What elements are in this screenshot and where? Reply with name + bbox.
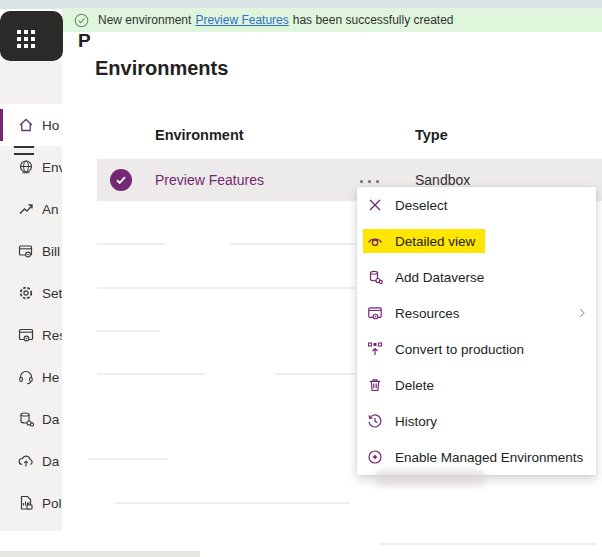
menu-item-deselect[interactable]: Deselect <box>357 187 596 223</box>
resources-icon <box>17 326 35 344</box>
menu-item-convert-to-production[interactable]: Convert to production <box>357 331 596 367</box>
selected-check-badge[interactable] <box>110 169 132 191</box>
managed-environments-icon <box>367 449 383 465</box>
sidebar-item-billing[interactable]: Bill <box>0 230 62 272</box>
sidebar-item-data[interactable]: Da <box>0 398 62 440</box>
trash-icon <box>367 377 383 393</box>
sidebar-item-help[interactable]: He <box>0 356 62 398</box>
menu-item-label: Add Dataverse <box>395 270 484 285</box>
document-lock-icon <box>17 494 35 512</box>
chevron-right-icon <box>576 307 588 319</box>
ghost-row-line <box>275 373 355 375</box>
sidebar-item-data-2[interactable]: Da <box>0 440 62 482</box>
database-icon <box>367 269 383 285</box>
sidebar-item-environments[interactable]: Env <box>0 146 62 188</box>
sidebar-item-label: Da <box>42 454 59 469</box>
ghost-row-line <box>97 330 160 332</box>
menu-item-label: Deselect <box>395 198 448 213</box>
analytics-icon <box>17 200 35 218</box>
app-title-letter: P <box>78 30 91 52</box>
waffle-menu-icon[interactable] <box>17 30 35 48</box>
menu-item-resources[interactable]: Resources <box>357 295 596 331</box>
ghost-row-line <box>380 543 596 545</box>
menu-item-label: Convert to production <box>395 342 524 357</box>
check-icon <box>114 173 128 187</box>
menu-item-label: Detailed view <box>395 234 475 249</box>
headset-icon <box>17 368 35 386</box>
background-artifact <box>374 470 486 486</box>
more-options-button[interactable] <box>360 176 386 186</box>
sidebar-item-home[interactable]: Ho <box>0 104 62 146</box>
highlight-marker: Detailed view <box>363 229 485 253</box>
home-icon <box>17 116 35 134</box>
gear-icon <box>17 284 35 302</box>
menu-item-history[interactable]: History <box>357 403 596 439</box>
sidebar-item-label: An <box>42 202 59 217</box>
menu-item-label: Delete <box>395 378 434 393</box>
eye-icon <box>367 233 383 249</box>
success-check-icon <box>74 13 89 28</box>
page-title: Environments <box>95 57 228 80</box>
ghost-row-line <box>88 458 168 460</box>
ghost-row-line <box>97 373 205 375</box>
sidebar-item-label: Res <box>42 328 62 343</box>
ghost-row-line <box>230 243 355 245</box>
database-link-icon <box>17 410 35 428</box>
sidebar-item-analytics[interactable]: An <box>0 188 62 230</box>
globe-icon <box>17 158 35 176</box>
notification-environment-link[interactable]: Preview Features <box>195 13 288 27</box>
sidebar-item-label: Pol <box>42 496 62 511</box>
sidebar: Ho Env An Bill Set <box>0 61 62 557</box>
dismiss-icon <box>367 197 383 213</box>
notification-bar: New environment Preview Features has bee… <box>62 8 602 32</box>
resources-icon <box>367 305 383 321</box>
menu-item-delete[interactable]: Delete <box>357 367 596 403</box>
sidebar-item-label: Set <box>42 286 62 301</box>
cloud-sync-icon <box>17 452 35 470</box>
menu-item-detailed-view[interactable]: Detailed view <box>357 223 596 259</box>
environment-name-link[interactable]: Preview Features <box>155 172 264 188</box>
menu-item-label: History <box>395 414 437 429</box>
sidebar-item-label: Ho <box>42 118 59 133</box>
sidebar-item-label: Bill <box>42 244 60 259</box>
menu-item-label: Enable Managed Environments <box>395 450 583 465</box>
menu-item-label: Resources <box>395 306 460 321</box>
bottom-pill-artifact <box>0 531 192 553</box>
bottom-strip-artifact <box>0 551 200 557</box>
notification-text-prefix: New environment <box>98 13 191 27</box>
environment-type-cell: Sandbox <box>415 172 470 188</box>
menu-item-add-dataverse[interactable]: Add Dataverse <box>357 259 596 295</box>
column-header-environment[interactable]: Environment <box>155 127 244 143</box>
sidebar-item-settings[interactable]: Set <box>0 272 62 314</box>
convert-production-icon <box>367 341 383 357</box>
sidebar-item-label: Env <box>42 160 62 175</box>
sidebar-item-resources[interactable]: Res <box>0 314 62 356</box>
sidebar-item-label: He <box>42 370 59 385</box>
sidebar-item-policies[interactable]: Pol <box>0 482 62 524</box>
sidebar-item-label: Da <box>42 412 59 427</box>
notification-text-suffix: has been successfully created <box>293 13 454 27</box>
ghost-row-line <box>97 243 165 245</box>
ghost-row-line <box>97 287 355 289</box>
app-header-box <box>0 11 63 61</box>
ghost-row-line <box>115 502 350 504</box>
billing-icon <box>17 242 35 260</box>
column-header-type[interactable]: Type <box>415 127 448 143</box>
context-menu: Deselect Detailed view Add Dataverse Res… <box>357 187 596 475</box>
history-clock-icon <box>367 413 383 429</box>
